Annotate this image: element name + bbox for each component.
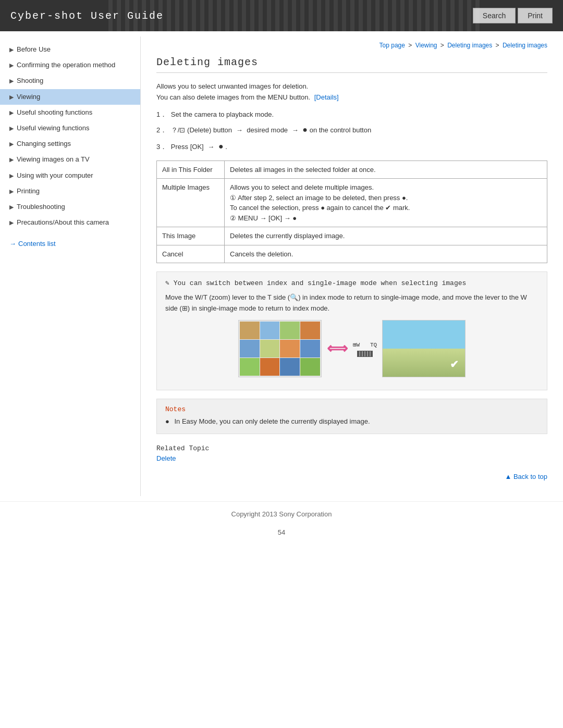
image-strip: ⟺ ⊞W TQ ✔ xyxy=(165,320,538,377)
print-button[interactable]: Print xyxy=(518,8,553,23)
table-cell-desc: Deletes the currently displayed image. xyxy=(225,227,547,245)
description-line2: You can also delete images from the MENU… xyxy=(156,92,547,103)
table-row: Cancel Cancels the deletion. xyxy=(157,245,547,263)
chevron-right-icon: ▶ xyxy=(9,109,14,117)
sidebar-item-before-use[interactable]: ▶ Before Use xyxy=(0,42,140,57)
index-mode-image xyxy=(238,320,322,377)
sidebar-item-useful-shooting[interactable]: ▶ Useful shooting functions xyxy=(0,105,140,120)
table-cell-desc: Cancels the deletion. xyxy=(225,245,547,263)
sidebar-item-troubleshooting[interactable]: ▶ Troubleshooting xyxy=(0,199,140,215)
chevron-right-icon: ▶ xyxy=(9,203,14,211)
steps-list: 1． Set the camera to playback mode. 2． ？… xyxy=(156,109,547,153)
table-cell-label: All in This Folder xyxy=(157,161,225,179)
check-mark: ✔ xyxy=(450,356,459,373)
step-2: 2． ？/⊡ (Delete) button → desired mode → … xyxy=(156,123,547,137)
description: Allows you to select unwanted images for… xyxy=(156,81,547,103)
breadcrumb-deleting-images[interactable]: Deleting images xyxy=(447,42,492,49)
chevron-right-icon: ▶ xyxy=(9,172,14,180)
description-line1: Allows you to select unwanted images for… xyxy=(156,81,547,92)
sidebar-item-useful-viewing[interactable]: ▶ Useful viewing functions xyxy=(0,120,140,136)
step-1: 1． Set the camera to playback mode. xyxy=(156,109,547,120)
content-area: Top page > Viewing > Deleting images > D… xyxy=(141,36,563,496)
deletion-options-table: All in This Folder Deletes all images in… xyxy=(156,161,547,264)
chevron-right-icon: ▶ xyxy=(9,46,14,54)
sidebar-item-shooting[interactable]: ▶ Shooting xyxy=(0,73,140,89)
bullet-icon: ● xyxy=(165,417,169,425)
table-row: All in This Folder Deletes all images in… xyxy=(157,161,547,179)
chevron-right-icon: ▶ xyxy=(9,219,14,227)
toggle-arrows: ⟺ xyxy=(327,337,348,361)
chevron-right-icon: ▶ xyxy=(9,156,14,164)
sidebar-item-viewing-tv[interactable]: ▶ Viewing images on a TV xyxy=(0,152,140,167)
notes-box: Notes ● In Easy Mode, you can only delet… xyxy=(156,399,547,434)
page-number: 54 xyxy=(0,523,563,547)
tip-box: ✎ You can switch between index and singl… xyxy=(156,272,547,390)
table-row: Multiple Images Allows you to select and… xyxy=(157,179,547,227)
single-mode-image: ✔ xyxy=(382,320,466,377)
zoom-control-area: ⊞W TQ xyxy=(353,341,377,357)
notes-item: ● In Easy Mode, you can only delete the … xyxy=(165,416,538,427)
tip-body: Move the W/T (zoom) lever to the T side … xyxy=(165,292,538,314)
app-title: Cyber-shot User Guide xyxy=(10,10,164,22)
sidebar-item-using-computer[interactable]: ▶ Using with your computer xyxy=(0,168,140,183)
breadcrumb-viewing[interactable]: Viewing xyxy=(415,42,437,49)
chevron-right-icon: ▶ xyxy=(9,188,14,195)
footer: Copyright 2013 Sony Corporation xyxy=(0,501,563,523)
tip-icon: ✎ xyxy=(165,279,169,287)
zoom-label: ⊞W TQ xyxy=(353,341,377,350)
tip-title: ✎ You can switch between index and singl… xyxy=(165,278,538,289)
delete-link[interactable]: Delete xyxy=(156,454,176,462)
related-topic: Related Topic Delete xyxy=(156,445,547,462)
sidebar-item-viewing[interactable]: ▶ Viewing xyxy=(0,89,140,105)
contents-list-link[interactable]: → Contents list xyxy=(0,236,140,252)
notes-title: Notes xyxy=(165,405,538,413)
search-button[interactable]: Search xyxy=(473,8,516,23)
sidebar-item-changing-settings[interactable]: ▶ Changing settings xyxy=(0,136,140,152)
table-row: This Image Deletes the currently display… xyxy=(157,227,547,245)
sidebar-item-confirming[interactable]: ▶ Confirming the operation method xyxy=(0,57,140,73)
related-topic-title: Related Topic xyxy=(156,445,547,452)
header: Cyber-shot User Guide Search Print xyxy=(0,0,563,31)
chevron-right-icon: ▶ xyxy=(9,125,14,132)
back-to-top-link[interactable]: ▲ Back to top xyxy=(505,473,547,480)
header-buttons: Search Print xyxy=(473,8,553,23)
sidebar-item-precautions[interactable]: ▶ Precautions/About this camera xyxy=(0,215,140,230)
step-3: 3． Press [OK] → ● . xyxy=(156,140,547,153)
breadcrumb-current[interactable]: Deleting images xyxy=(503,42,547,49)
back-to-top: ▲ Back to top xyxy=(156,473,547,480)
details-link[interactable]: [Details] xyxy=(314,93,339,101)
arrow-right-icon: → xyxy=(9,240,16,248)
breadcrumb: Top page > Viewing > Deleting images > D… xyxy=(156,42,547,49)
breadcrumb-top[interactable]: Top page xyxy=(380,42,405,49)
chevron-right-icon: ▶ xyxy=(9,61,14,69)
chevron-right-icon: ▶ xyxy=(9,93,14,101)
table-cell-label: Cancel xyxy=(157,245,225,263)
chevron-right-icon: ▶ xyxy=(9,77,14,85)
chevron-right-icon: ▶ xyxy=(9,140,14,148)
sidebar: ▶ Before Use ▶ Confirming the operation … xyxy=(0,36,141,496)
table-cell-label: Multiple Images xyxy=(157,179,225,227)
page-title: Deleting images xyxy=(156,56,547,73)
sidebar-item-printing[interactable]: ▶ Printing xyxy=(0,183,140,199)
table-cell-desc: Deletes all images in the selected folde… xyxy=(225,161,547,179)
zoom-bar xyxy=(357,351,373,357)
table-cell-desc: Allows you to select and delete multiple… xyxy=(225,179,547,227)
main-layout: ▶ Before Use ▶ Confirming the operation … xyxy=(0,31,563,501)
copyright-text: Copyright 2013 Sony Corporation xyxy=(231,510,332,518)
table-cell-label: This Image xyxy=(157,227,225,245)
